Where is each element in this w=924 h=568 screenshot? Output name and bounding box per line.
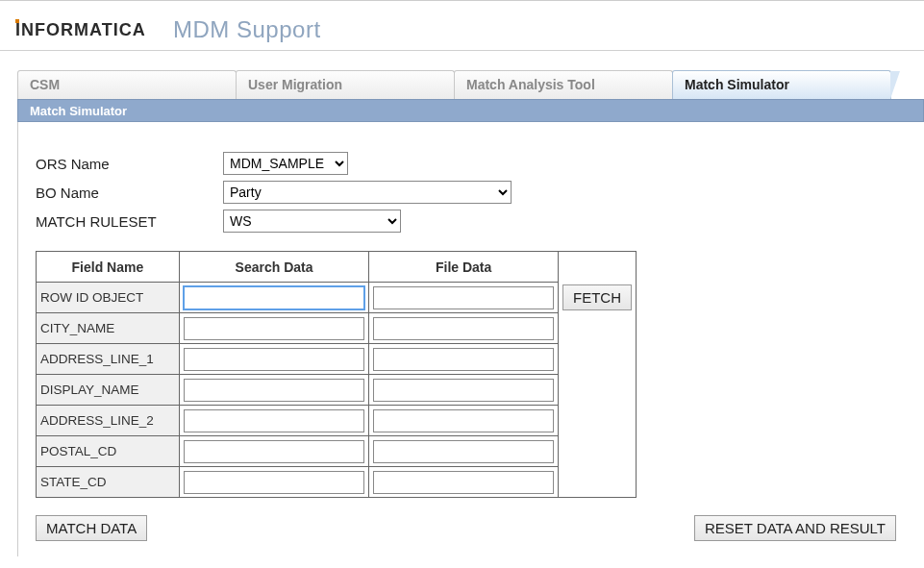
tab-csm[interactable]: CSM: [17, 70, 237, 99]
search-data-input[interactable]: [184, 409, 364, 432]
field-name-cell: STATE_CD: [37, 467, 180, 498]
field-name-cell: ROW ID OBJECT: [37, 283, 180, 313]
search-data-input[interactable]: [184, 379, 364, 402]
search-data-input[interactable]: [184, 348, 364, 371]
field-name-cell: DISPLAY_NAME: [37, 375, 180, 406]
file-data-input[interactable]: [373, 286, 554, 309]
tab-user-migration[interactable]: User Migration: [236, 70, 455, 99]
fetch-button[interactable]: FETCH: [562, 284, 632, 310]
field-name-cell: ADDRESS_LINE_2: [37, 406, 180, 436]
field-name-cell: CITY_NAME: [37, 313, 180, 344]
table-row: CITY_NAME: [37, 313, 637, 344]
table-row: ADDRESS_LINE_2: [37, 406, 637, 436]
file-data-input[interactable]: [373, 409, 554, 432]
file-data-input[interactable]: [373, 379, 554, 402]
file-data-input[interactable]: [373, 471, 554, 494]
table-row: ADDRESS_LINE_1: [37, 344, 637, 375]
reset-data-button[interactable]: RESET DATA AND RESULT: [694, 515, 896, 541]
tab-bar: CSM User Migration Match Analysis Tool M…: [17, 70, 924, 99]
svg-rect-1: [15, 19, 19, 23]
match-data-button[interactable]: MATCH DATA: [36, 515, 147, 541]
match-ruleset-label: MATCH RULESET: [36, 213, 223, 230]
table-row: ROW ID OBJECTFETCH: [37, 283, 637, 313]
file-data-input[interactable]: [373, 317, 554, 340]
svg-text:INFORMATICA: INFORMATICA: [15, 20, 146, 39]
panel-title: Match Simulator: [17, 99, 924, 122]
bo-name-select[interactable]: Party: [223, 181, 512, 204]
table-row: STATE_CD: [37, 467, 637, 498]
field-name-cell: ADDRESS_LINE_1: [37, 344, 180, 375]
search-data-input[interactable]: [184, 317, 364, 340]
search-data-input[interactable]: [184, 286, 364, 309]
tab-match-simulator[interactable]: Match Simulator: [672, 70, 891, 99]
bo-name-label: BO Name: [36, 185, 223, 201]
match-ruleset-select[interactable]: WS: [223, 210, 401, 233]
table-row: POSTAL_CD: [37, 436, 637, 467]
ors-name-label: ORS Name: [36, 156, 223, 172]
search-data-input[interactable]: [184, 440, 364, 463]
col-search-data: Search Data: [179, 252, 368, 283]
file-data-input[interactable]: [373, 348, 554, 371]
informatica-logo: INFORMATICA: [15, 19, 160, 40]
ors-name-select[interactable]: MDM_SAMPLE: [223, 152, 348, 175]
field-name-cell: POSTAL_CD: [37, 436, 180, 467]
tab-match-analysis[interactable]: Match Analysis Tool: [454, 70, 673, 99]
col-file-data: File Data: [369, 252, 559, 283]
file-data-input[interactable]: [373, 440, 554, 463]
search-data-input[interactable]: [184, 471, 364, 494]
table-row: DISPLAY_NAME: [37, 375, 637, 406]
app-title: MDM Support: [173, 16, 321, 43]
fields-table: Field Name Search Data File Data ROW ID …: [36, 251, 637, 498]
col-field-name: Field Name: [37, 252, 180, 283]
